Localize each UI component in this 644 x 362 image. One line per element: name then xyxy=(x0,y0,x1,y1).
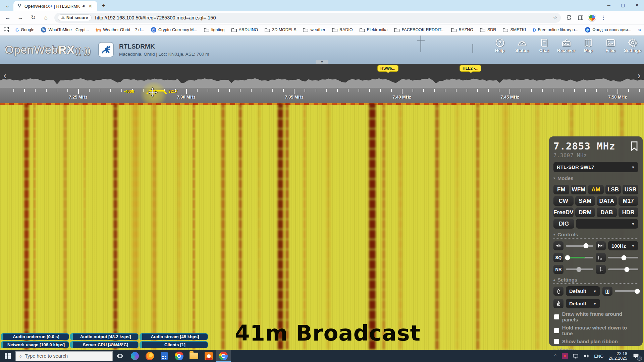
not-secure-chip[interactable]: ⚠︎ Not secure xyxy=(58,14,92,21)
bookmark-item[interactable]: WWhatToMine - Crypt... xyxy=(41,27,89,33)
noise-reduction-button[interactable]: NR xyxy=(553,265,564,274)
mode-am-button[interactable]: AM xyxy=(588,185,604,194)
squelch-knob[interactable] xyxy=(565,255,570,260)
bookmark-folder[interactable]: FACEBOOK REDDIT... xyxy=(394,27,444,32)
minimize-button[interactable]: ─ xyxy=(602,0,616,10)
bandwidth-icon[interactable] xyxy=(596,241,606,250)
receiver-avatar[interactable] xyxy=(98,42,114,57)
section-modes[interactable]: ▾Modes xyxy=(553,175,638,181)
opacity-slider[interactable] xyxy=(615,290,638,292)
squelch-button[interactable]: SQ xyxy=(553,253,564,262)
bandwidth-select[interactable]: 100Hz▼ xyxy=(608,241,638,250)
volume-slider[interactable] xyxy=(566,245,593,247)
browser-tab[interactable]: OpenWebRX+ | RTLSDRMK 🔊︎ ✕ xyxy=(13,1,97,11)
profile-select[interactable]: RTL-SDR SWL7▼ xyxy=(553,162,638,172)
tab-search-icon[interactable]: ⌄ xyxy=(3,1,12,10)
mode-wfm-button[interactable]: WFM xyxy=(571,185,587,194)
bookmark-item[interactable]: GGoogle xyxy=(15,27,34,33)
copilot-icon[interactable] xyxy=(127,350,142,362)
menu-dots-icon[interactable]: ⋮ xyxy=(600,14,607,21)
mode-fm-button[interactable]: FM xyxy=(553,185,569,194)
mode-dab-button[interactable]: DAB xyxy=(597,207,616,217)
bookmark-item[interactable]: @Crypto-Currency M... xyxy=(151,27,197,33)
volume-knob[interactable] xyxy=(583,243,588,248)
collapse-panel-button[interactable]: ▼ xyxy=(316,60,328,64)
url-text[interactable]: http://192.168.100.50/#freq=7285300,mod=… xyxy=(95,15,216,20)
bookmark-item[interactable]: фФонд за иновации... xyxy=(585,27,631,33)
header-nav-help[interactable]: ?Help xyxy=(491,38,508,53)
bookmark-folder[interactable]: 3D MODELS xyxy=(265,27,296,32)
header-nav-status[interactable]: Status xyxy=(513,38,531,53)
mode-cw-button[interactable]: CW xyxy=(553,196,574,206)
chrome-active-icon[interactable] xyxy=(216,350,231,362)
header-nav-files[interactable]: Files xyxy=(602,38,619,53)
new-tab-button[interactable]: + xyxy=(99,1,108,10)
back-icon[interactable]: ← xyxy=(3,13,13,23)
section-settings[interactable]: ▴Settings xyxy=(553,277,638,283)
mode-m17-button[interactable]: M17 xyxy=(619,196,639,206)
close-window-button[interactable]: ✕ xyxy=(630,0,644,10)
speaker-icon[interactable] xyxy=(581,350,592,362)
calculator-icon[interactable] xyxy=(157,350,172,362)
mode-hdr-button[interactable]: HDR xyxy=(619,207,638,217)
network-icon[interactable] xyxy=(570,350,581,362)
file-explorer-icon[interactable] xyxy=(186,350,201,362)
contrast-icon[interactable] xyxy=(553,299,564,308)
mode-lsb-button[interactable]: LSB xyxy=(605,185,621,194)
profile-avatar[interactable] xyxy=(588,14,596,21)
tray-app-icon[interactable] xyxy=(559,350,570,362)
noise-reduction-knob[interactable] xyxy=(577,267,582,272)
auto-range-icon[interactable]: [|] xyxy=(602,287,612,296)
bookmark-folder[interactable]: SDR xyxy=(480,27,496,32)
theme-select[interactable]: Default▼ xyxy=(566,299,600,308)
range-icon[interactable] xyxy=(596,265,606,274)
reload-icon[interactable]: ↻ xyxy=(28,13,38,23)
checkbox-unchecked[interactable] xyxy=(554,314,559,319)
tuned-frequency[interactable]: 7.2853 MHz xyxy=(553,140,615,152)
taskbar-search[interactable]: ⌕ Type here to search xyxy=(15,351,113,361)
bookmark-folder[interactable]: lighting xyxy=(204,27,225,32)
extensions-icon[interactable] xyxy=(566,14,573,21)
url-bar[interactable]: ⚠︎ Not secure http://192.168.100.50/#fre… xyxy=(54,13,561,23)
start-button[interactable] xyxy=(0,350,15,362)
forward-icon[interactable]: → xyxy=(15,13,25,23)
chrome-icon[interactable] xyxy=(172,350,186,362)
station-bookmark-tag[interactable]: HSW6... xyxy=(377,65,398,72)
firefox-icon[interactable] xyxy=(142,350,157,362)
scroll-left-icon[interactable]: ‹ xyxy=(3,70,7,81)
waterfall-theme-icon[interactable] xyxy=(553,287,564,296)
mode-usb-button[interactable]: USB xyxy=(623,185,638,194)
noise-floor-icon[interactable] xyxy=(596,253,606,262)
mode-data-button[interactable]: DATA xyxy=(597,196,617,206)
waterfall-display[interactable] xyxy=(0,103,644,350)
mode-freedv-button[interactable]: FreeDV xyxy=(553,207,574,217)
bookmark-star-icon[interactable]: ☆ xyxy=(553,15,557,21)
tab-close-icon[interactable]: ✕ xyxy=(87,3,93,9)
frequency-scale[interactable]: 7.25 MHz7.30 MHz7.35 MHz7.40 MHz7.45 MHz… xyxy=(0,88,644,103)
waterfall-max-knob[interactable] xyxy=(624,267,629,272)
header-nav-map[interactable]: Map xyxy=(580,38,597,53)
bookmark-folder[interactable]: weather xyxy=(303,27,325,32)
header-nav-chat[interactable]: Chat xyxy=(535,38,553,53)
tray-chevron-icon[interactable]: ⌃ xyxy=(551,350,559,362)
notification-center-icon[interactable]: 3 xyxy=(630,350,644,362)
mode-drm-button[interactable]: DRM xyxy=(575,207,595,217)
checkbox-unchecked[interactable] xyxy=(554,328,559,333)
bookmark-folder[interactable]: RADIO xyxy=(332,27,353,32)
waterfall-min-knob[interactable] xyxy=(621,255,626,260)
volume-icon[interactable] xyxy=(553,241,564,250)
task-view-button[interactable] xyxy=(113,350,127,362)
noise-reduction-slider[interactable] xyxy=(566,268,593,270)
bookmark-item[interactable]: fmWeather Ohrid – 7 d... xyxy=(96,27,144,33)
spectrum-analyzer[interactable]: HSW6...HLL2 -... ‹ › xyxy=(0,64,644,88)
dig-mode-select[interactable]: ▼ xyxy=(576,219,638,229)
bookmark-folder[interactable]: RAZNO xyxy=(451,27,473,32)
waterfall-max-slider[interactable] xyxy=(608,268,638,270)
opacity-knob[interactable] xyxy=(635,289,640,294)
bookmark-folder[interactable]: ARDUINO xyxy=(231,27,258,32)
header-nav-settings[interactable]: Settings xyxy=(624,38,641,53)
foxit-pdf-icon[interactable] xyxy=(201,350,216,362)
language-indicator[interactable]: ENG xyxy=(592,350,606,362)
squelch-slider[interactable] xyxy=(566,257,593,258)
section-controls[interactable]: ▾Controls xyxy=(553,232,638,237)
